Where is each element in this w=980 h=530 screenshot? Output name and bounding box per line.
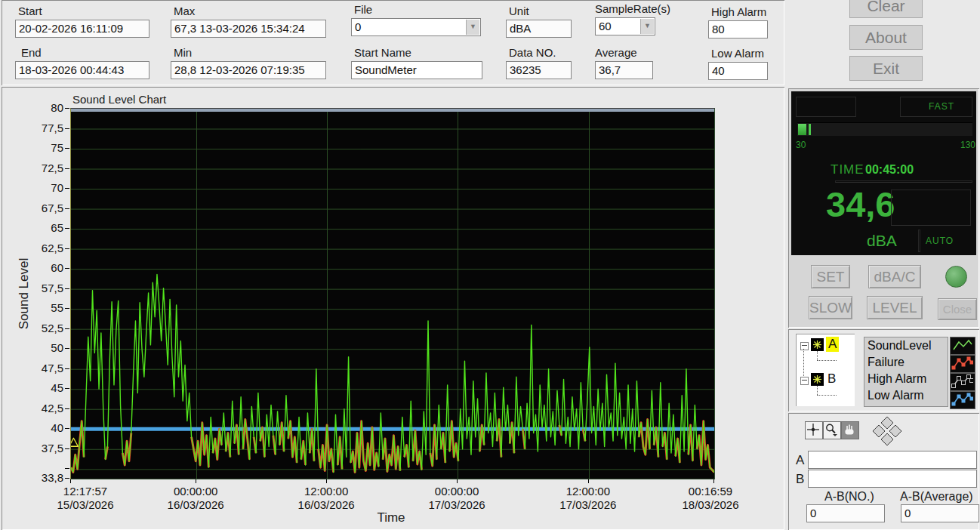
- plot-tree: A B: [796, 334, 855, 406]
- file-dropdown[interactable]: 0 ▼: [351, 18, 481, 36]
- ab-no-field: 0: [806, 504, 885, 522]
- cursor-tool-button[interactable]: [805, 421, 823, 439]
- ab-average-field: 0: [901, 504, 979, 522]
- x-tick-time: 12:00:00: [281, 485, 371, 498]
- unit-label: Unit: [509, 5, 529, 17]
- y-tick-mark: [65, 148, 69, 149]
- meter-bar-track: [797, 122, 972, 136]
- meter-scale-min: 30: [796, 140, 806, 150]
- y-tick-mark: [65, 188, 69, 189]
- legend-item-soundlevel[interactable]: SoundLevel: [864, 337, 948, 354]
- zoom-tool-button[interactable]: [823, 421, 841, 439]
- about-button[interactable]: About: [849, 25, 923, 50]
- slow-button[interactable]: SLOW: [809, 296, 852, 319]
- x-tick-mark: [713, 479, 714, 483]
- meter-unit: dBA: [867, 232, 897, 250]
- start-name-field[interactable]: SoundMeter: [351, 61, 482, 79]
- y-tick-mark: [65, 288, 69, 289]
- data-no-label: Data NO.: [509, 46, 556, 59]
- y-tick-label: 70: [27, 181, 63, 194]
- start-name-label: Start Name: [354, 46, 411, 59]
- y-tick-mark: [65, 308, 69, 309]
- y-tick-mark: [65, 268, 69, 269]
- dbac-button[interactable]: dBA/C: [868, 265, 921, 288]
- x-tick-mark: [196, 479, 196, 483]
- graph-nav-icon[interactable]: [870, 416, 904, 449]
- legend-item-high-alarm[interactable]: High Alarm: [864, 371, 948, 387]
- x-tick-time: 12:00:00: [543, 485, 633, 498]
- x-tick-mark: [326, 479, 327, 483]
- x-tick-date: 15/03/2026: [40, 498, 131, 511]
- cursor-b-label: B: [796, 472, 804, 487]
- low-alarm-line-icon[interactable]: [950, 391, 975, 409]
- meter-led[interactable]: [945, 266, 967, 288]
- x-tick-time: 00:00:00: [150, 485, 241, 498]
- plot-b-icon[interactable]: [811, 373, 824, 386]
- y-tick-label: 33,8: [27, 471, 63, 484]
- legend-item-low-alarm[interactable]: Low Alarm: [864, 387, 948, 404]
- meter-bevel-left: [796, 97, 856, 117]
- cursor-a-field[interactable]: [808, 451, 977, 469]
- level-button[interactable]: LEVEL: [867, 296, 923, 319]
- unit-field: dBA: [506, 20, 572, 38]
- cursor-b-field[interactable]: [808, 470, 977, 488]
- plot-a-icon[interactable]: [811, 338, 824, 351]
- meter-scale-max: 130: [960, 140, 975, 150]
- y-tick-label: 65: [27, 221, 63, 234]
- file-label: File: [354, 3, 372, 16]
- exit-button[interactable]: Exit: [849, 56, 923, 81]
- x-tick-mark: [70, 479, 71, 483]
- end-field[interactable]: 18-03-2026 00:44:43: [15, 61, 149, 79]
- legend-item-failure[interactable]: Failure: [864, 354, 948, 371]
- file-value: 0: [355, 20, 361, 33]
- file-dropdown-arrow-icon[interactable]: ▼: [466, 20, 479, 35]
- max-field[interactable]: 67,3 13-03-2026 15:34:24: [171, 20, 326, 38]
- low-alarm-label: Low Alarm: [711, 47, 764, 60]
- y-tick-mark: [65, 168, 69, 169]
- tree-node-a[interactable]: A: [826, 337, 839, 352]
- y-tick-label: 37,5: [27, 442, 63, 455]
- pan-tool-button[interactable]: [841, 421, 859, 439]
- meter-time-value: 00:45:00: [865, 163, 914, 177]
- y-tick-mark: [65, 228, 69, 229]
- tree-b-branch: [817, 395, 837, 396]
- x-tick-time: 00:00:00: [411, 485, 502, 498]
- y-tick-label: 57,5: [27, 282, 63, 294]
- y-tick-mark: [65, 388, 69, 389]
- set-button[interactable]: SET: [811, 265, 850, 288]
- tree-node-b[interactable]: B: [827, 371, 836, 387]
- soundlevel-line-icon[interactable]: [950, 337, 975, 355]
- high-alarm-field[interactable]: 80: [708, 20, 768, 39]
- meter-bevel-time: [835, 180, 972, 183]
- y-tick-label: 42,5: [27, 402, 63, 414]
- y-tick-label: 75: [27, 141, 63, 154]
- y-tick-mark: [65, 448, 69, 449]
- clear-button[interactable]: Clear: [849, 0, 923, 18]
- sound-level-plot[interactable]: [70, 108, 715, 479]
- y-tick-mark: [65, 428, 69, 429]
- average-field: 36,7: [595, 61, 653, 79]
- close-button[interactable]: Close: [938, 298, 977, 320]
- tree-expand-a-icon[interactable]: [800, 342, 809, 350]
- start-label: Start: [18, 5, 42, 17]
- start-field[interactable]: 20-02-2026 16:11:09: [15, 20, 149, 38]
- sample-rate-dropdown[interactable]: 60 ▼: [595, 17, 655, 35]
- min-field[interactable]: 28,8 12-03-2026 07:19:35: [171, 61, 326, 79]
- y-tick-label: 47,5: [27, 362, 63, 374]
- y-tick-label: 62,5: [27, 242, 63, 254]
- high-alarm-line-icon[interactable]: [950, 373, 975, 391]
- sample-rate-dropdown-arrow-icon[interactable]: ▼: [640, 19, 654, 34]
- meter-bevel-div: [918, 230, 920, 252]
- y-tick-label: 72,5: [27, 162, 63, 174]
- meter-time-label: TIME: [831, 162, 864, 177]
- y-tick-label: 77,5: [27, 122, 63, 134]
- max-label: Max: [174, 5, 195, 17]
- tree-a-drop: [817, 351, 818, 360]
- meter-bar-peak: [809, 124, 811, 135]
- x-tick-date: 17/03/2026: [411, 498, 502, 511]
- low-alarm-field[interactable]: 40: [708, 62, 768, 80]
- failure-line-icon[interactable]: [950, 355, 975, 373]
- y-tick-mark: [65, 248, 69, 249]
- tree-expand-b-icon[interactable]: [800, 377, 809, 385]
- sample-rate-label: SampleRate(s): [595, 2, 670, 15]
